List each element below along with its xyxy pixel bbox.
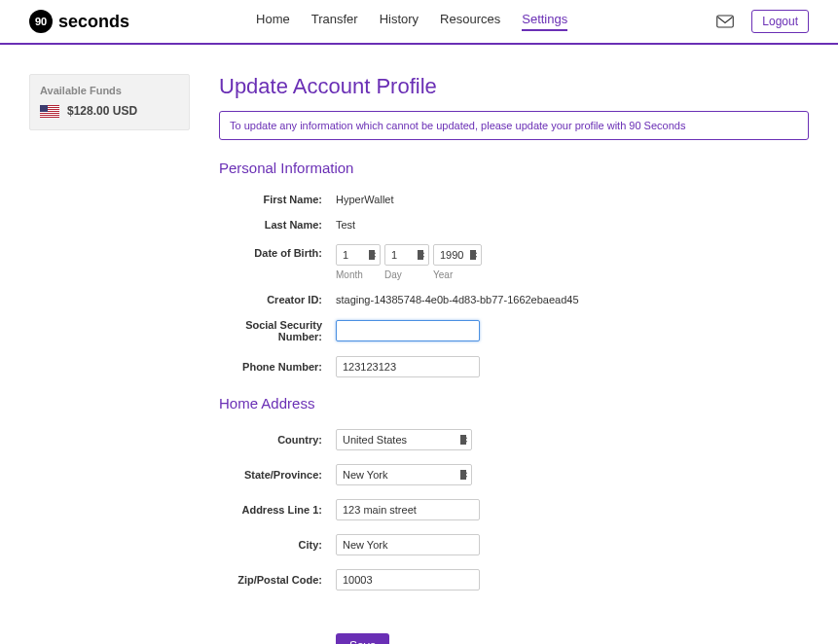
save-button[interactable]: Save	[336, 633, 389, 644]
label-state: State/Province:	[219, 469, 336, 481]
city-input[interactable]	[336, 534, 480, 555]
logo-text: seconds	[58, 12, 129, 32]
nav-transfer[interactable]: Transfer	[311, 12, 358, 31]
label-month: Month	[336, 269, 381, 280]
sidebar: Available Funds $128.00 USD	[29, 74, 190, 644]
dob-month-select[interactable]: 1	[336, 244, 381, 266]
label-ssn: Social Security Number:	[219, 319, 336, 342]
nav-home[interactable]: Home	[256, 12, 290, 31]
label-phone: Phone Number:	[219, 361, 336, 373]
label-addr1: Address Line 1:	[219, 504, 336, 516]
main-nav: Home Transfer History Resources Settings	[256, 12, 567, 31]
label-zip: Zip/Postal Code:	[219, 574, 336, 586]
label-year: Year	[433, 269, 482, 280]
label-country: Country:	[219, 434, 336, 446]
value-first-name: HyperWallet	[336, 194, 809, 205]
notice-banner: To update any information which cannot b…	[219, 111, 809, 140]
mail-icon[interactable]	[716, 15, 734, 28]
label-city: City:	[219, 539, 336, 551]
logout-button[interactable]: Logout	[751, 10, 809, 33]
value-creator-id: staging-14385748-4e0b-4d83-bb77-1662ebae…	[336, 294, 809, 305]
svg-rect-7	[40, 116, 59, 117]
svg-rect-0	[717, 16, 734, 27]
svg-rect-6	[40, 114, 59, 115]
dob-year-select[interactable]: 1990	[433, 244, 482, 266]
label-dob: Date of Birth:	[219, 244, 336, 259]
nav-resources[interactable]: Resources	[440, 12, 500, 31]
label-last-name: Last Name:	[219, 219, 336, 231]
funds-amount: $128.00 USD	[67, 104, 137, 118]
main-content: Update Account Profile To update any inf…	[219, 74, 809, 644]
country-select[interactable]: United States	[336, 429, 472, 450]
label-day: Day	[384, 269, 429, 280]
us-flag-icon	[40, 105, 59, 118]
label-first-name: First Name:	[219, 194, 336, 205]
label-creator-id: Creator ID:	[219, 294, 336, 305]
logo: 90 seconds	[29, 10, 129, 33]
phone-input[interactable]	[336, 356, 480, 377]
nav-history[interactable]: History	[380, 12, 419, 31]
state-select[interactable]: New York	[336, 464, 472, 485]
section-personal: Personal Information	[219, 160, 809, 176]
funds-title: Available Funds	[40, 85, 179, 96]
page-title: Update Account Profile	[219, 74, 809, 99]
svg-rect-5	[40, 112, 59, 113]
topbar: 90 seconds Home Transfer History Resourc…	[0, 0, 838, 45]
nav-settings[interactable]: Settings	[522, 12, 567, 31]
value-last-name: Test	[336, 219, 809, 231]
zip-input[interactable]	[336, 569, 480, 590]
funds-box: Available Funds $128.00 USD	[29, 74, 190, 130]
svg-rect-8	[40, 105, 48, 112]
section-address: Home Address	[219, 395, 809, 411]
ssn-input[interactable]	[336, 320, 480, 341]
dob-day-select[interactable]: 1	[384, 244, 429, 266]
address1-input[interactable]	[336, 499, 480, 520]
logo-badge: 90	[29, 10, 53, 33]
